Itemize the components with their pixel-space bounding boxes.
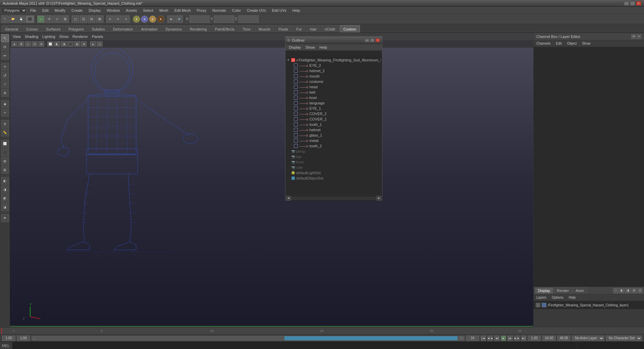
viewport[interactable]: View Shading Lighting Show Renderer Pane… bbox=[10, 33, 533, 327]
menu-edit[interactable]: Edit bbox=[40, 7, 51, 14]
menu-modify[interactable]: Modify bbox=[52, 7, 68, 14]
outliner-menu-help[interactable]: Help bbox=[318, 44, 329, 50]
menu-assets[interactable]: Assets bbox=[123, 7, 140, 14]
le-menu-help[interactable]: Help bbox=[567, 295, 577, 300]
outliner-tooth1[interactable]: ——o tooth_1 bbox=[285, 122, 382, 127]
tab-polygons[interactable]: Polygons bbox=[65, 25, 87, 33]
timeline[interactable]: 1 5 10 15 20 24 bbox=[0, 327, 533, 335]
toolbar-btn-4[interactable]: ⬛ bbox=[25, 15, 34, 23]
z-field[interactable] bbox=[238, 15, 259, 23]
outliner-metal[interactable]: ——o metal bbox=[285, 138, 382, 143]
tab-deformation[interactable]: Deformation bbox=[109, 25, 137, 33]
outliner-head[interactable]: ——o head bbox=[285, 84, 382, 90]
toolbar-btn-translate[interactable]: ↔ bbox=[37, 15, 45, 23]
tool-render1[interactable]: ◧ bbox=[1, 177, 9, 185]
tool-cut[interactable]: ✂ bbox=[1, 109, 9, 117]
outliner-scroll-right[interactable]: ► bbox=[377, 196, 381, 201]
tool-move[interactable]: ✛ bbox=[1, 63, 9, 71]
menu-file[interactable]: File bbox=[28, 7, 39, 14]
layer-btn4[interactable]: ⊞ bbox=[631, 288, 637, 293]
outliner-mouth[interactable]: ——o mouth bbox=[285, 73, 382, 79]
toolbar-btn-snap1[interactable]: ⊕ bbox=[106, 15, 114, 23]
outliner-glass1[interactable]: ——o glass_1 bbox=[285, 133, 382, 138]
pb-prev[interactable]: ◄◄ bbox=[487, 336, 493, 341]
cb-menu-edit[interactable]: Edit bbox=[554, 41, 563, 46]
tab-anim[interactable]: Anim bbox=[573, 288, 587, 294]
outliner-persp[interactable]: 📷 persp bbox=[285, 149, 382, 154]
vp-btn-6[interactable]: ⬜ bbox=[47, 41, 53, 47]
outliner-close[interactable]: ✕ bbox=[375, 38, 380, 42]
tool-rotate[interactable]: ↺ bbox=[1, 71, 9, 80]
menu-color[interactable]: Color bbox=[229, 7, 244, 14]
tool-render4[interactable]: ◪ bbox=[1, 203, 9, 211]
outliner-costume[interactable]: ——o costume bbox=[285, 79, 382, 84]
outliner-language[interactable]: ——o language bbox=[285, 100, 382, 106]
vp-btn-2[interactable]: ⊞ bbox=[18, 41, 24, 47]
close-button[interactable]: ✕ bbox=[636, 1, 641, 6]
tab-custom[interactable]: Custom bbox=[340, 25, 360, 33]
toolbar-btn-3[interactable]: 💾 bbox=[17, 15, 25, 23]
toolbar-btn-8[interactable]: ⊟ bbox=[88, 15, 95, 23]
menu-mesh[interactable]: Mesh bbox=[157, 7, 171, 14]
outliner-hscrollbar[interactable]: ◄ ► bbox=[285, 195, 382, 201]
toolbar-btn-1[interactable]: ↖ bbox=[1, 15, 9, 23]
layer-btn1[interactable]: + bbox=[613, 288, 619, 293]
tab-subdivs[interactable]: Subdivs bbox=[88, 25, 109, 33]
outliner-default-object-set[interactable]: defaultObjectSet bbox=[285, 176, 382, 181]
vp-menu-shading[interactable]: Shading bbox=[25, 35, 38, 39]
tab-general[interactable]: General bbox=[1, 25, 22, 33]
mode-selector[interactable]: Polygons bbox=[1, 7, 27, 14]
toolbar-btn-snap2[interactable]: ⊗ bbox=[114, 15, 122, 23]
x-field[interactable] bbox=[190, 15, 210, 23]
tool-6[interactable]: ⬛ bbox=[1, 148, 9, 156]
outliner-maximize[interactable]: □ bbox=[370, 38, 375, 42]
tab-fluids[interactable]: Fluids bbox=[275, 25, 292, 33]
toolbar-btn-5[interactable]: ⊞ bbox=[61, 15, 69, 23]
vp-btn-13[interactable]: ◻ bbox=[97, 41, 103, 47]
tool-snap[interactable]: ⊕ bbox=[1, 120, 9, 128]
tab-display[interactable]: Display bbox=[535, 288, 553, 294]
vp-btn-12[interactable]: ▲ bbox=[90, 41, 96, 47]
outliner-helmet2[interactable]: ——o helmet_2 bbox=[285, 68, 382, 73]
outliner-scroll-left[interactable]: ◄ bbox=[286, 196, 291, 201]
vp-btn-10[interactable]: ◐ bbox=[74, 41, 80, 47]
outliner-hscroll-track[interactable] bbox=[291, 197, 377, 200]
outliner-search[interactable] bbox=[285, 51, 382, 57]
layer-btn2[interactable]: ◧ bbox=[619, 288, 625, 293]
tool-transform[interactable]: ⊞ bbox=[1, 89, 9, 97]
time-start-field[interactable] bbox=[2, 336, 15, 341]
pb-play[interactable]: ► bbox=[501, 336, 506, 341]
minimize-button[interactable]: — bbox=[624, 1, 629, 6]
tool-paint[interactable]: ✏ bbox=[1, 52, 9, 60]
toolbar-btn-scale[interactable]: ⤢ bbox=[53, 15, 61, 23]
pb-end[interactable]: ►| bbox=[521, 336, 526, 341]
menu-edit-mesh[interactable]: Edit Mesh bbox=[172, 7, 194, 14]
le-menu-options[interactable]: Options bbox=[550, 295, 565, 300]
vp-menu-renderer[interactable]: Renderer bbox=[72, 35, 88, 39]
tab-dynamics[interactable]: Dynamics bbox=[162, 25, 185, 33]
outliner-top[interactable]: 📷 top bbox=[285, 154, 382, 159]
tab-render[interactable]: Render bbox=[554, 288, 572, 294]
vp-btn-7[interactable]: ◧ bbox=[54, 41, 60, 47]
y-field[interactable] bbox=[214, 15, 234, 23]
pb-start[interactable]: |◄ bbox=[481, 336, 486, 341]
outliner-eye2[interactable]: ——o EYE_2 bbox=[285, 63, 382, 68]
vp-btn-11[interactable]: ⊕ bbox=[81, 41, 87, 47]
time-end-field[interactable] bbox=[466, 336, 479, 341]
toolbar-btn-2[interactable]: 📂 bbox=[9, 15, 17, 23]
pb-next[interactable]: ►► bbox=[514, 336, 520, 341]
tab-fur[interactable]: Fur bbox=[292, 25, 306, 33]
tool-8[interactable]: ▥ bbox=[1, 166, 9, 174]
vp-menu-panels[interactable]: Panels bbox=[92, 35, 103, 39]
tab-animation[interactable]: Animation bbox=[138, 25, 161, 33]
tool-7[interactable]: ▤ bbox=[1, 157, 9, 165]
cb-menu-show[interactable]: Show bbox=[581, 41, 592, 46]
anim-layer-selector[interactable]: No Anim Layer bbox=[572, 336, 604, 341]
tool-render2[interactable]: ◨ bbox=[1, 186, 9, 194]
tool-show-hide[interactable]: 👁 bbox=[1, 214, 9, 222]
outliner-front[interactable]: 📷 front bbox=[285, 159, 382, 165]
outliner-side[interactable]: 📷 side bbox=[285, 165, 382, 170]
menu-display[interactable]: Display bbox=[86, 7, 103, 14]
tab-curves[interactable]: Curves bbox=[22, 25, 42, 33]
tab-rendering[interactable]: Rendering bbox=[186, 25, 211, 33]
